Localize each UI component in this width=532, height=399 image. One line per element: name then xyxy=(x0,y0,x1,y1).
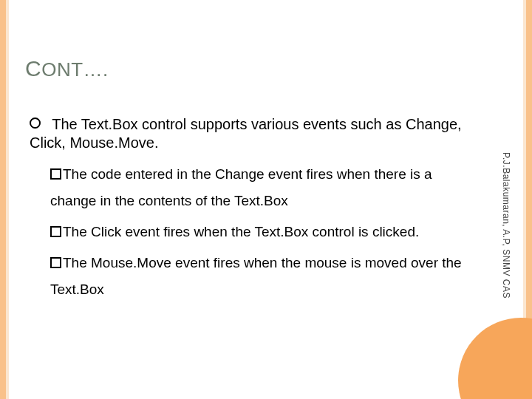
intro-paragraph: The Text.Box control supports various ev… xyxy=(30,115,488,152)
intro-text: The Text.Box control supports various ev… xyxy=(30,116,462,151)
title-lead: C xyxy=(25,56,41,81)
left-rail-inner xyxy=(6,0,9,399)
square-bullet-icon xyxy=(50,168,61,180)
bullet-tail: Click event fires when the Text.Box cont… xyxy=(87,224,420,239)
square-bullet-icon xyxy=(50,226,61,237)
bullet-head: The xyxy=(63,224,87,239)
page-title: CONT…. xyxy=(25,56,109,81)
bullet-list: The code entered in the Change event fir… xyxy=(50,161,480,307)
list-item: The code entered in the Change event fir… xyxy=(50,161,480,214)
bullet-tail: code entered in the Change event fires w… xyxy=(50,166,432,208)
bullet-head: The xyxy=(63,255,87,270)
left-rail xyxy=(0,0,6,399)
bullet-tail: Mouse.Move event fires when the mouse is… xyxy=(50,255,462,297)
bullet-head: The xyxy=(63,166,87,182)
square-bullet-icon xyxy=(50,257,61,268)
list-item: The Click event fires when the Text.Box … xyxy=(50,219,480,245)
ring-bullet-icon xyxy=(30,117,41,129)
author-vertical-label: P.J.Balakumaran, A.P, SNMV CAS xyxy=(501,152,511,299)
title-rest: ONT…. xyxy=(41,58,109,81)
list-item: The Mouse.Move event fires when the mous… xyxy=(50,250,480,303)
corner-circle xyxy=(458,318,532,399)
